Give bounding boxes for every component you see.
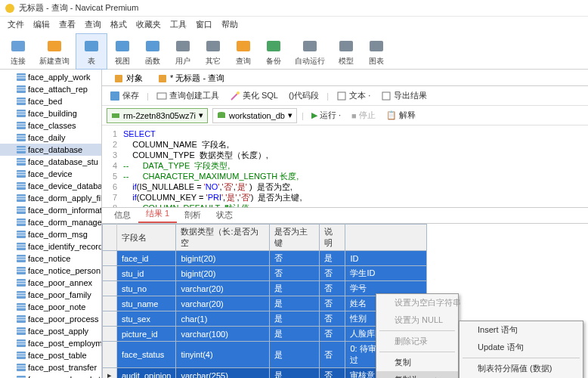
menu-format[interactable]: 格式 xyxy=(106,17,132,32)
tree-item[interactable]: face_record_workstudy xyxy=(0,373,101,378)
tree-item[interactable]: face_dorm_apply_file xyxy=(0,192,101,204)
grid-cell[interactable]: varchar(20) xyxy=(176,281,270,296)
ctx-delete[interactable]: 删除记录 xyxy=(376,333,458,350)
grid-cell[interactable]: 学生ID xyxy=(345,266,427,281)
grid-cell[interactable]: 否 xyxy=(270,251,320,266)
menu-edit[interactable]: 编辑 xyxy=(29,17,54,32)
tab-query[interactable]: * 无标题 - 查询 xyxy=(150,70,232,86)
toolbar-查询[interactable]: 查询 xyxy=(228,33,258,70)
grid-cell[interactable]: 是 xyxy=(319,251,345,266)
tree-item[interactable]: face_poor_family xyxy=(0,289,101,301)
tab-status[interactable]: 状态 xyxy=(209,207,240,223)
toolbar-图表[interactable]: 图表 xyxy=(361,33,391,70)
ctx-insert-stmt[interactable]: Insert 语句 xyxy=(460,321,583,339)
grid-cell[interactable]: 是 xyxy=(270,311,320,327)
grid-cell[interactable]: varchar(20) xyxy=(176,296,270,311)
ctx-copy-as[interactable]: 复制为▸ xyxy=(376,371,458,378)
export-button[interactable]: 导出结果 xyxy=(378,88,430,103)
grid-cell[interactable]: 否 xyxy=(319,311,345,327)
column-header[interactable]: 数据类型（长:是否为空 xyxy=(176,225,270,251)
tab-objects[interactable]: 对象 xyxy=(107,70,150,86)
ctx-set-null[interactable]: 设置为 NULL xyxy=(376,311,458,329)
grid-cell[interactable]: 否 xyxy=(319,266,345,281)
grid-cell[interactable]: 否 xyxy=(319,281,345,296)
grid-cell[interactable]: 否 xyxy=(319,342,345,368)
grid-cell[interactable]: char(1) xyxy=(176,311,270,327)
grid-cell[interactable]: 是 xyxy=(270,342,320,368)
grid-cell[interactable]: tinyint(4) xyxy=(176,342,270,368)
toolbar-新建查询[interactable]: 新建查询 xyxy=(33,33,76,70)
column-header[interactable]: 是否为主键 xyxy=(270,225,320,251)
beautify-sql-button[interactable]: 美化 SQL xyxy=(227,88,281,103)
menu-help[interactable]: 帮助 xyxy=(217,17,243,32)
menu-tools[interactable]: 工具 xyxy=(166,17,191,32)
tree-item[interactable]: face_post_employment xyxy=(0,337,101,349)
run-button[interactable]: ▶运行 · xyxy=(308,108,344,122)
toolbar-表[interactable]: 表 xyxy=(76,33,107,70)
row-indicator[interactable] xyxy=(103,296,117,311)
tree-item[interactable]: face_poor_note xyxy=(0,301,101,313)
grid-cell[interactable]: 是 xyxy=(270,368,320,379)
row-indicator[interactable] xyxy=(103,251,117,266)
stop-button[interactable]: ■停止 xyxy=(348,108,379,122)
toolbar-视图[interactable]: 视图 xyxy=(107,33,138,70)
menu-window[interactable]: 窗口 xyxy=(191,17,217,32)
grid-cell[interactable]: ID xyxy=(345,251,427,266)
tree-item[interactable]: face_dorm_manager xyxy=(0,216,101,228)
grid-cell[interactable]: stu_name xyxy=(117,296,176,311)
tree-item[interactable]: face_poor_process xyxy=(0,313,101,325)
ctx-update-stmt[interactable]: Update 语句 xyxy=(460,339,583,356)
context-menu-main[interactable]: 设置为空白字符串 设置为 NULL 删除记录 复制 复制为▸ 粘贴 显示▸ xyxy=(376,293,459,378)
tree-item[interactable]: face_bed xyxy=(0,95,101,107)
grid-cell[interactable]: stu_sex xyxy=(117,311,176,327)
tree-item[interactable]: face_database xyxy=(0,144,101,156)
tree-item[interactable]: face_post_table xyxy=(0,349,101,361)
tree-item[interactable]: face_attach_rep xyxy=(0,83,101,95)
query-builder-button[interactable]: 查询创建工具 xyxy=(153,88,222,103)
toolbar-备份[interactable]: 备份 xyxy=(258,33,289,70)
menu-file[interactable]: 文件 xyxy=(3,17,29,32)
grid-cell[interactable]: face_id xyxy=(117,251,176,266)
menu-query[interactable]: 查询 xyxy=(80,17,106,32)
tree-item[interactable]: face_daily xyxy=(0,132,101,144)
tree-item[interactable]: face_database_stu xyxy=(0,156,101,168)
tree-item[interactable]: face_device xyxy=(0,168,101,180)
tab-result1[interactable]: 结果 1 xyxy=(138,206,177,223)
text-button[interactable]: 文本 · xyxy=(333,88,373,103)
row-indicator[interactable] xyxy=(103,342,117,368)
sql-editor[interactable]: 1SELECT2 COLUMN_NAME 字段名,3 COLUMN_TYPE 数… xyxy=(102,125,588,207)
tree-item[interactable]: face_dorm_information xyxy=(0,204,101,216)
toolbar-连接[interactable]: 连接 xyxy=(3,33,33,70)
toolbar-其它[interactable]: 其它 xyxy=(198,33,228,70)
toolbar-用户[interactable]: 用户 xyxy=(168,33,198,70)
tab-info[interactable]: 信息 xyxy=(107,207,138,223)
object-tree-sidebar[interactable]: face_apply_workface_attach_repface_bedfa… xyxy=(0,70,102,378)
tree-item[interactable]: face_device_database xyxy=(0,180,101,192)
grid-cell[interactable]: 否 xyxy=(270,266,320,281)
tree-item[interactable]: face_poor_annex xyxy=(0,277,101,289)
tree-item[interactable]: face_building xyxy=(0,107,101,119)
row-indicator[interactable] xyxy=(103,327,117,342)
context-submenu-copyas[interactable]: Insert 语句 Update 语句 制表符分隔值 (数据) 制表符分隔值 (… xyxy=(459,321,583,378)
column-header[interactable] xyxy=(345,225,427,251)
explain-button[interactable]: 📋解释 xyxy=(383,108,419,122)
tab-profile[interactable]: 剖析 xyxy=(177,207,209,223)
column-header[interactable]: 说明 xyxy=(319,225,345,251)
grid-cell[interactable]: picture_id xyxy=(117,327,176,342)
tree-item[interactable]: face_notice_person xyxy=(0,265,101,277)
grid-cell[interactable]: 否 xyxy=(319,296,345,311)
grid-cell[interactable]: stu_id xyxy=(117,266,176,281)
row-indicator[interactable]: ▸ xyxy=(103,368,117,379)
save-button[interactable]: 保存 xyxy=(107,88,142,103)
row-indicator[interactable] xyxy=(103,266,117,281)
grid-cell[interactable]: 否 xyxy=(319,368,345,379)
grid-cell[interactable]: audit_opinion xyxy=(117,368,176,379)
grid-cell[interactable]: 是 xyxy=(270,296,320,311)
tree-item[interactable]: face_post_transfer xyxy=(0,361,101,373)
tree-item[interactable]: face_dorm_msg xyxy=(0,228,101,240)
toolbar-模型[interactable]: 模型 xyxy=(331,33,361,70)
grid-cell[interactable]: varchar(255) xyxy=(176,368,270,379)
snippet-button[interactable]: ()代码段 xyxy=(286,88,322,103)
row-indicator[interactable] xyxy=(103,311,117,327)
grid-cell[interactable]: bigint(20) xyxy=(176,266,270,281)
